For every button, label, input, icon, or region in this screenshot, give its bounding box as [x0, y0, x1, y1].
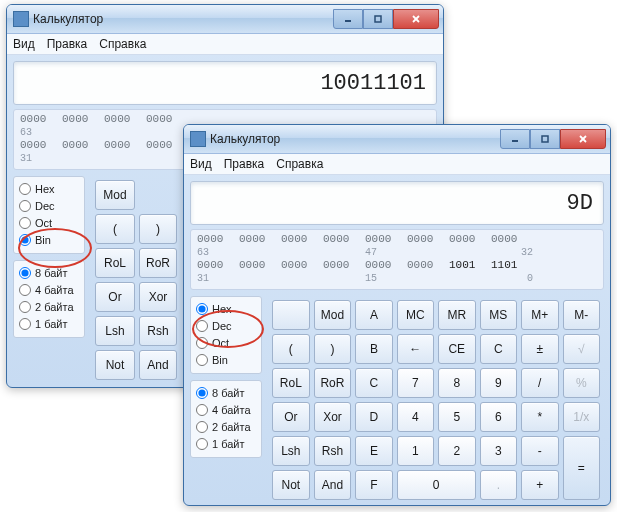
key-9[interactable]: 9: [480, 368, 518, 398]
menu-edit[interactable]: Правка: [224, 157, 265, 171]
svg-rect-1: [375, 16, 381, 22]
keypad: Mod A MC MR MS M+ M- ( ) B ← CE C ± √: [268, 296, 604, 504]
titlebar[interactable]: Калькулятор: [7, 5, 443, 34]
key-lsh[interactable]: Lsh: [95, 316, 135, 346]
wordsize-group: 8 байт 4 байта 2 байта 1 байт: [13, 260, 85, 338]
menu-edit[interactable]: Правка: [47, 37, 88, 51]
window-title: Калькулятор: [210, 132, 500, 146]
key-F[interactable]: F: [355, 470, 392, 500]
key-1[interactable]: 1: [397, 436, 435, 466]
key-not[interactable]: Not: [272, 470, 310, 500]
display: 9D: [190, 181, 604, 225]
key-eq[interactable]: =: [563, 436, 600, 500]
titlebar[interactable]: Калькулятор: [184, 125, 610, 154]
key-xor[interactable]: Xor: [139, 282, 177, 312]
bit-display: 0000000000000000 0000000000000000 63 473…: [190, 229, 604, 290]
key-percent[interactable]: %: [563, 368, 600, 398]
key-rol[interactable]: RoL: [272, 368, 310, 398]
key-sqrt[interactable]: √: [563, 334, 600, 364]
radio-hex[interactable]: Hex: [19, 181, 79, 198]
wordsize-group: 8 байт 4 байта 2 байта 1 байт: [190, 380, 262, 458]
radio-hex[interactable]: Hex: [196, 301, 256, 318]
key-mr[interactable]: MR: [438, 300, 476, 330]
key-3[interactable]: 3: [480, 436, 518, 466]
key-2[interactable]: 2: [438, 436, 476, 466]
calc-icon: [190, 131, 206, 147]
key-mplus[interactable]: M+: [521, 300, 558, 330]
radio-dec[interactable]: Dec: [19, 198, 79, 215]
key-div[interactable]: /: [521, 368, 558, 398]
radio-8byte[interactable]: 8 байт: [19, 265, 79, 282]
key-lparen[interactable]: (: [272, 334, 310, 364]
radio-4byte[interactable]: 4 байта: [196, 402, 256, 419]
key-C[interactable]: C: [355, 368, 392, 398]
key-8[interactable]: 8: [438, 368, 476, 398]
close-button[interactable]: [560, 129, 606, 149]
key-E[interactable]: E: [355, 436, 392, 466]
key-4[interactable]: 4: [397, 402, 435, 432]
key-ror[interactable]: RoR: [139, 248, 177, 278]
radio-bin[interactable]: Bin: [196, 352, 256, 369]
radio-4byte[interactable]: 4 байта: [19, 282, 79, 299]
key-blank[interactable]: [272, 300, 310, 330]
key-sub[interactable]: -: [521, 436, 558, 466]
key-rsh[interactable]: Rsh: [314, 436, 352, 466]
radio-2byte[interactable]: 2 байта: [196, 419, 256, 436]
key-backspace[interactable]: ←: [397, 334, 435, 364]
key-6[interactable]: 6: [480, 402, 518, 432]
menu-view[interactable]: Вид: [13, 37, 35, 51]
key-or[interactable]: Or: [95, 282, 135, 312]
key-ror[interactable]: RoR: [314, 368, 352, 398]
key-rsh[interactable]: Rsh: [139, 316, 177, 346]
key-ms[interactable]: MS: [480, 300, 518, 330]
radio-oct[interactable]: Oct: [196, 335, 256, 352]
menubar: Вид Правка Справка: [7, 34, 443, 55]
key-rol[interactable]: RoL: [95, 248, 135, 278]
key-xor[interactable]: Xor: [314, 402, 352, 432]
key-plusminus[interactable]: ±: [521, 334, 558, 364]
menu-help[interactable]: Справка: [99, 37, 146, 51]
key-lparen[interactable]: (: [95, 214, 135, 244]
key-lsh[interactable]: Lsh: [272, 436, 310, 466]
radio-8byte[interactable]: 8 байт: [196, 385, 256, 402]
base-group: Hex Dec Oct Bin: [13, 176, 85, 254]
menu-help[interactable]: Справка: [276, 157, 323, 171]
key-5[interactable]: 5: [438, 402, 476, 432]
key-A[interactable]: A: [355, 300, 392, 330]
radio-oct[interactable]: Oct: [19, 215, 79, 232]
maximize-button[interactable]: [363, 9, 393, 29]
key-0[interactable]: 0: [397, 470, 476, 500]
radio-1byte[interactable]: 1 байт: [19, 316, 79, 333]
key-c[interactable]: C: [480, 334, 518, 364]
calc-window-2: Калькулятор Вид Правка Справка 9D 000000…: [183, 124, 611, 506]
key-dot[interactable]: .: [480, 470, 518, 500]
radio-bin[interactable]: Bin: [19, 232, 79, 249]
key-mod[interactable]: Mod: [314, 300, 352, 330]
key-add[interactable]: +: [521, 470, 558, 500]
minimize-button[interactable]: [500, 129, 530, 149]
window-title: Калькулятор: [33, 12, 333, 26]
key-inv[interactable]: 1/x: [563, 402, 600, 432]
maximize-button[interactable]: [530, 129, 560, 149]
key-D[interactable]: D: [355, 402, 392, 432]
calc-icon: [13, 11, 29, 27]
radio-2byte[interactable]: 2 байта: [19, 299, 79, 316]
key-rparen[interactable]: ): [314, 334, 352, 364]
radio-1byte[interactable]: 1 байт: [196, 436, 256, 453]
key-ce[interactable]: CE: [438, 334, 476, 364]
key-mc[interactable]: MC: [397, 300, 435, 330]
menu-view[interactable]: Вид: [190, 157, 212, 171]
key-7[interactable]: 7: [397, 368, 435, 398]
key-not[interactable]: Not: [95, 350, 135, 380]
key-mod[interactable]: Mod: [95, 180, 135, 210]
radio-dec[interactable]: Dec: [196, 318, 256, 335]
key-B[interactable]: B: [355, 334, 392, 364]
key-and[interactable]: And: [139, 350, 177, 380]
minimize-button[interactable]: [333, 9, 363, 29]
key-and[interactable]: And: [314, 470, 352, 500]
key-mul[interactable]: *: [521, 402, 558, 432]
key-or[interactable]: Or: [272, 402, 310, 432]
close-button[interactable]: [393, 9, 439, 29]
key-mminus[interactable]: M-: [563, 300, 600, 330]
key-rparen[interactable]: ): [139, 214, 177, 244]
